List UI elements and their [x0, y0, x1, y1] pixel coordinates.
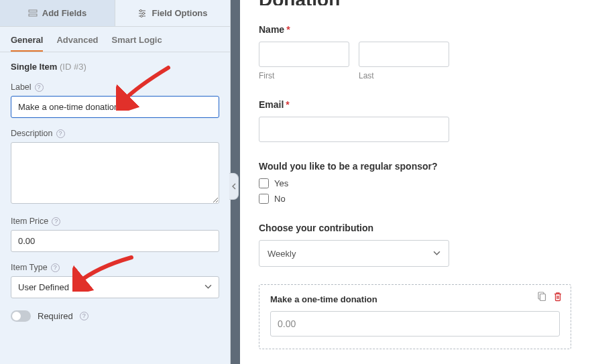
field-contribution[interactable]: Choose your contribution Weekly — [259, 223, 571, 267]
field-email[interactable]: Email* — [259, 99, 571, 142]
field-id: (ID #3) — [60, 62, 86, 72]
subtab-smart-logic[interactable]: Smart Logic — [112, 35, 162, 52]
description-input[interactable] — [11, 142, 219, 204]
sliders-icon — [137, 9, 147, 18]
panel-body: Single Item (ID #3) Label ? Description … — [0, 52, 230, 364]
checkbox-yes[interactable] — [259, 178, 269, 188]
description-title: Description — [11, 129, 53, 138]
duplicate-icon[interactable] — [536, 292, 546, 302]
email-label: Email* — [259, 99, 571, 110]
tab-field-options[interactable]: Field Options — [115, 0, 230, 26]
field-heading: Single Item (ID #3) — [11, 62, 219, 72]
field-type-name: Single Item — [11, 62, 57, 72]
help-icon[interactable]: ? — [56, 129, 65, 138]
help-icon[interactable]: ? — [51, 263, 60, 272]
contribution-label: Choose your contribution — [259, 223, 571, 233]
form-title: Donation — [259, 0, 571, 5]
form-preview: Donation Name* First Last — [240, 0, 590, 364]
svg-rect-0 — [29, 10, 37, 12]
last-sublabel: Last — [359, 71, 449, 80]
chevron-left-icon — [231, 183, 237, 190]
chevron-down-icon — [204, 282, 212, 292]
sidebar: Add Fields Field Options General Advance… — [0, 0, 231, 364]
item-price-title: Item Price — [11, 217, 48, 226]
subtab-general[interactable]: General — [11, 35, 43, 52]
item-type-row: Item Type ? — [11, 263, 219, 272]
email-input[interactable] — [259, 117, 449, 142]
required-toggle[interactable] — [11, 310, 31, 322]
app-root: Add Fields Field Options General Advance… — [0, 0, 590, 364]
group-item-type: Item Type ? User Defined — [11, 263, 219, 298]
required-asterisk: * — [286, 99, 289, 110]
group-item-price: Item Price ? — [11, 217, 219, 252]
help-icon[interactable]: ? — [52, 217, 60, 226]
svg-rect-9 — [540, 294, 546, 301]
single-item-label: Make a one-time donation — [270, 294, 560, 304]
sponsor-label: Would you like to be a regular sponsor? — [259, 161, 571, 172]
item-type-select[interactable]: User Defined — [11, 276, 219, 298]
group-label: Label ? — [11, 82, 219, 118]
tab-add-fields[interactable]: Add Fields — [0, 0, 115, 26]
trash-icon[interactable] — [553, 292, 563, 302]
field-sponsor[interactable]: Would you like to be a regular sponsor? … — [259, 161, 571, 204]
no-label: No — [274, 194, 286, 204]
svg-point-3 — [140, 9, 142, 11]
label-row: Label ? — [11, 82, 219, 92]
grid-icon — [28, 9, 38, 18]
contribution-value: Weekly — [268, 249, 296, 259]
svg-rect-1 — [29, 14, 37, 16]
description-row: Description ? — [11, 129, 219, 138]
first-name-input[interactable] — [259, 42, 349, 67]
subtab-advanced[interactable]: Advanced — [56, 35, 98, 52]
checkbox-no[interactable] — [259, 194, 269, 204]
sponsor-yes[interactable]: Yes — [259, 178, 571, 188]
collapse-sidebar-button[interactable] — [229, 173, 239, 200]
required-asterisk: * — [286, 24, 290, 35]
yes-label: Yes — [274, 178, 288, 188]
tab-add-fields-label: Add Fields — [42, 8, 86, 18]
svg-point-5 — [143, 12, 145, 14]
sponsor-no[interactable]: No — [259, 194, 571, 204]
label-input[interactable] — [11, 96, 219, 118]
required-row: Required ? — [11, 310, 219, 322]
label-title: Label — [11, 82, 32, 92]
preview-wrap: Donation Name* First Last — [231, 0, 590, 364]
tab-field-options-label: Field Options — [152, 8, 207, 18]
single-item-input[interactable] — [270, 311, 560, 337]
top-tabs: Add Fields Field Options — [0, 0, 230, 27]
item-type-value: User Defined — [18, 282, 69, 292]
item-price-row: Item Price ? — [11, 217, 219, 226]
last-name-input[interactable] — [359, 42, 449, 67]
item-type-title: Item Type — [11, 263, 48, 272]
name-row: First Last — [259, 42, 571, 80]
selected-field-single-item[interactable]: Make a one-time donation — [259, 284, 571, 349]
field-name[interactable]: Name* First Last — [259, 24, 571, 80]
group-description: Description ? — [11, 129, 219, 206]
sub-tabs: General Advanced Smart Logic — [0, 27, 230, 52]
svg-point-7 — [141, 15, 143, 17]
help-icon[interactable]: ? — [80, 312, 88, 320]
item-price-input[interactable] — [11, 230, 219, 252]
first-name-col: First — [259, 42, 349, 80]
last-name-col: Last — [359, 42, 449, 80]
first-sublabel: First — [259, 71, 349, 80]
contribution-select[interactable]: Weekly — [259, 240, 449, 267]
field-actions — [536, 292, 563, 302]
chevron-down-icon — [433, 249, 440, 259]
help-icon[interactable]: ? — [35, 83, 44, 92]
required-label: Required — [38, 311, 73, 321]
name-label: Name* — [259, 24, 571, 35]
